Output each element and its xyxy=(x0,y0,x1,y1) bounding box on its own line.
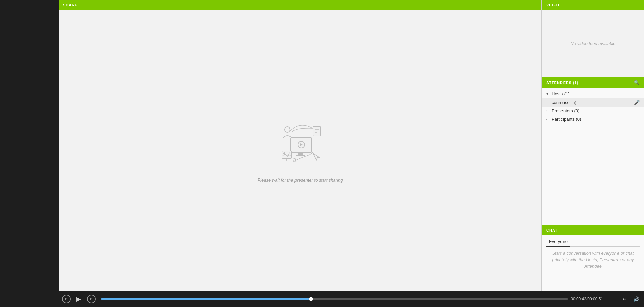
share-illustration: a xyxy=(273,118,327,173)
attendees-section: ATTENDEES (1) 🔍 ▼ Hosts (1) conn user xyxy=(542,77,644,225)
attendee-host-name: conn user )) xyxy=(552,100,576,105)
rewind-15-button[interactable]: 15 xyxy=(62,295,71,303)
chat-tabs: Everyone xyxy=(546,238,640,247)
chat-title: CHAT xyxy=(546,228,558,232)
controls-bar: 15 ▶ 15 00:00:43/00:00:51 ⛶ ↩ 🔊 xyxy=(59,291,644,307)
presenters-arrow-icon: › xyxy=(546,109,550,113)
chat-header: CHAT xyxy=(542,225,644,235)
svg-text:a: a xyxy=(293,156,297,163)
video-header: VIDEO xyxy=(542,0,644,10)
hosts-group-header[interactable]: ▼ Hosts (1) xyxy=(542,90,644,98)
volume-button[interactable]: 🔊 xyxy=(631,294,641,304)
main-content: SHARE xyxy=(59,0,644,307)
left-strip xyxy=(0,0,59,307)
attendees-title: ATTENDEES (1) xyxy=(546,81,578,85)
progress-fill xyxy=(101,298,311,300)
chat-section: CHAT Everyone Start a conversation with … xyxy=(542,225,644,291)
progress-bar[interactable] xyxy=(101,298,568,300)
microphone-icon[interactable]: 🎤 xyxy=(634,100,640,105)
share-screen-button[interactable]: ⛶ xyxy=(608,294,618,304)
attendees-body: ▼ Hosts (1) conn user )) 🎤 xyxy=(542,88,644,225)
settings-button[interactable]: ↩ xyxy=(620,294,629,304)
video-title: VIDEO xyxy=(546,3,559,7)
presenters-group-label: Presenters (0) xyxy=(552,108,579,113)
svg-rect-1 xyxy=(298,152,303,155)
attendee-host-item: conn user )) 🎤 xyxy=(542,98,644,107)
tab-everyone[interactable]: Everyone xyxy=(546,238,570,247)
svg-point-4 xyxy=(285,127,290,132)
chat-placeholder: Start a conversation with everyone or ch… xyxy=(546,250,640,270)
presenters-group-header[interactable]: › Presenters (0) xyxy=(542,107,644,115)
attendees-header: ATTENDEES (1) 🔍 xyxy=(542,77,644,88)
share-wait-text: Please wait for the presenter to start s… xyxy=(257,177,343,183)
chat-body: Everyone Start a conversation with every… xyxy=(542,235,644,291)
hosts-group-label: Hosts (1) xyxy=(552,91,570,96)
participants-group-label: Participants (0) xyxy=(552,117,581,122)
top-row: SHARE xyxy=(59,0,644,291)
no-video-text: No video feed available xyxy=(570,41,615,46)
participants-arrow-icon: › xyxy=(546,117,550,121)
play-button[interactable]: ▶ xyxy=(73,294,84,304)
participants-group-header[interactable]: › Participants (0) xyxy=(542,115,644,123)
right-controls: ⛶ ↩ 🔊 xyxy=(608,294,641,304)
svg-rect-2 xyxy=(296,155,305,156)
share-header: SHARE xyxy=(59,0,541,10)
hosts-arrow-icon: ▼ xyxy=(546,92,550,96)
video-body: No video feed available xyxy=(542,10,644,77)
progress-knob[interactable] xyxy=(309,297,313,301)
video-section: VIDEO No video feed available xyxy=(542,0,644,77)
time-display: 00:00:43/00:00:51 xyxy=(571,297,603,301)
search-icon[interactable]: 🔍 xyxy=(634,80,640,85)
share-body: a xyxy=(59,10,541,291)
right-panel: VIDEO No video feed available ATTENDEES … xyxy=(542,0,644,291)
svg-rect-6 xyxy=(282,151,291,158)
progress-area: 00:00:43/00:00:51 xyxy=(98,297,606,301)
share-panel: SHARE xyxy=(59,0,542,291)
share-title: SHARE xyxy=(63,3,78,7)
svg-rect-3 xyxy=(313,126,320,136)
forward-15-button[interactable]: 15 xyxy=(87,295,96,303)
speaking-icon: )) xyxy=(574,100,576,105)
